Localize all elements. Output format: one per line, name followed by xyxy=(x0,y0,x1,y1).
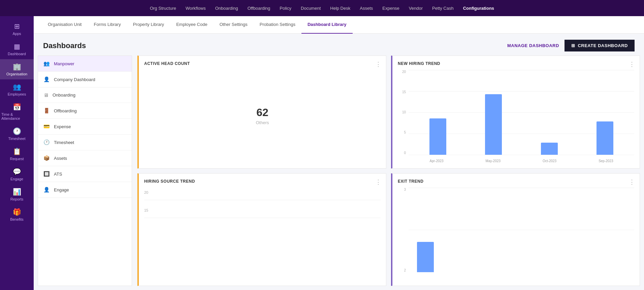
exit-trend-card: EXIT TREND ⋮ 3 2 xyxy=(391,173,640,286)
list-item-label: Company Dashboard xyxy=(54,77,95,82)
top-nav-item-offboarding[interactable]: Offboarding xyxy=(248,6,270,11)
exit-trend-bar-chart: 3 2 xyxy=(398,186,634,281)
top-nav-item-assets[interactable]: Assets xyxy=(360,6,373,11)
sidebar-icon: 📊 xyxy=(13,188,21,196)
sidebar-item-request[interactable]: 📋 Request xyxy=(0,144,34,164)
sidebar-icon: ▦ xyxy=(14,42,20,50)
main-layout: ⊞ Apps▦ Dashboard🏢 Organisation👥 Employe… xyxy=(0,16,644,290)
dashboard-list-item-ats[interactable]: 🔲 ATS xyxy=(38,166,132,182)
dashboard-list-item-onboarding[interactable]: 🖥 Onboarding xyxy=(38,87,132,103)
hiring-source-menu[interactable]: ⋮ xyxy=(375,178,381,186)
dashboard-list-item-timesheet[interactable]: 🕐 Timesheet xyxy=(38,135,132,150)
bar-apr xyxy=(429,118,446,155)
active-headcount-title: ACTIVE HEAD COUNT xyxy=(144,61,381,66)
top-nav-item-org-structure[interactable]: Org Structure xyxy=(150,6,176,11)
sidebar-label: Apps xyxy=(12,32,21,36)
x-label-may: May-2023 xyxy=(486,159,501,163)
active-headcount-menu[interactable]: ⋮ xyxy=(375,61,381,68)
dashboard-list-item-engage[interactable]: 👤 Engage xyxy=(38,182,132,198)
top-nav-item-onboarding[interactable]: Onboarding xyxy=(215,6,238,11)
list-item-icon: 👤 xyxy=(43,76,50,82)
hiring-source-trend-card: HIRING SOURCE TREND ⋮ 20 15 xyxy=(137,173,386,286)
sidebar-label: Benefits xyxy=(10,217,24,221)
sub-nav-item-forms-library[interactable]: Forms Library xyxy=(88,16,127,34)
bar-may xyxy=(485,94,502,155)
list-item-icon: 💳 xyxy=(43,123,50,130)
headcount-value: 62 xyxy=(256,106,268,119)
exit-bar-group xyxy=(415,242,436,272)
bars-container xyxy=(409,94,634,155)
sub-nav-item-probation-settings[interactable]: Probation Settings xyxy=(254,16,301,34)
sidebar-label: Dashboard xyxy=(8,52,26,56)
new-hiring-trend-card: NEW HIRING TREND ⋮ 20 15 10 5 0 xyxy=(391,56,640,169)
top-nav-item-vendor[interactable]: Vendor xyxy=(409,6,423,11)
grid-icon: ⊞ xyxy=(571,43,575,48)
sidebar-label: Employees xyxy=(8,92,26,96)
top-nav-item-help-desk[interactable]: Help Desk xyxy=(330,6,350,11)
top-nav-item-configurations[interactable]: Configurations xyxy=(463,6,494,11)
y-axis: 20 15 10 5 0 xyxy=(398,70,407,155)
list-item-icon: 👥 xyxy=(43,61,50,67)
sidebar-icon: 🏢 xyxy=(13,63,21,71)
main-content: 👥 Manpower👤 Company Dashboard🖥 Onboardin… xyxy=(34,56,644,290)
sidebar-icon: 📅 xyxy=(13,103,21,111)
dashboard-list-item-company-dashboard[interactable]: 👤 Company Dashboard xyxy=(38,72,132,87)
sidebar-item-timesheet[interactable]: 🕐 Timesheet xyxy=(0,124,34,144)
create-dashboard-button[interactable]: ⊞ CREATE DASHBOARD xyxy=(565,40,635,51)
x-label-apr: Apr-2023 xyxy=(429,159,443,163)
dashboard-list-item-offboarding[interactable]: 🚪 Offboarding xyxy=(38,103,132,119)
sidebar-label: Reports xyxy=(10,197,24,201)
top-nav-item-expense[interactable]: Expense xyxy=(382,6,399,11)
sidebar-label: Organisation xyxy=(6,72,27,76)
list-item-label: Assets xyxy=(54,156,67,161)
sidebar-item-organisation[interactable]: 🏢 Organisation xyxy=(0,59,34,79)
charts-area: ACTIVE HEAD COUNT ⋮ 62 Others NEW HIRING… xyxy=(137,56,640,286)
sidebar-item-employees[interactable]: 👥 Employees xyxy=(0,79,34,100)
sidebar-item-engage[interactable]: 💬 Engage xyxy=(0,164,34,184)
page-title: Dashboards xyxy=(43,41,86,50)
sidebar-icon: 👥 xyxy=(13,83,21,91)
top-nav-item-policy[interactable]: Policy xyxy=(280,6,291,11)
sidebar-icon: 🎁 xyxy=(13,208,21,216)
sub-nav-item-employee-code[interactable]: Employee Code xyxy=(170,16,214,34)
top-nav-item-workflows[interactable]: Workflows xyxy=(186,6,206,11)
list-item-icon: 🚪 xyxy=(43,108,50,114)
sidebar-item-benefits[interactable]: 🎁 Benefits xyxy=(0,205,34,225)
list-item-icon: 🔲 xyxy=(43,171,50,177)
sidebar-item-dashboard[interactable]: ▦ Dashboard xyxy=(0,39,34,59)
dashboard-list-item-expense[interactable]: 💳 Expense xyxy=(38,119,132,135)
top-nav: Org StructureWorkflowsOnboardingOffboard… xyxy=(0,0,644,16)
sidebar-item-reports[interactable]: 📊 Reports xyxy=(0,184,34,205)
list-item-icon: 📦 xyxy=(43,155,50,161)
top-nav-item-petty-cash[interactable]: Petty Cash xyxy=(432,6,454,11)
sidebar-item-apps[interactable]: ⊞ Apps xyxy=(0,19,34,39)
list-item-label: Engage xyxy=(54,187,69,192)
exit-trend-menu[interactable]: ⋮ xyxy=(629,178,635,186)
sub-nav-item-dashboard-library[interactable]: Dashboard Library xyxy=(301,16,353,34)
exit-trend-title: EXIT TREND xyxy=(398,179,634,184)
new-hiring-bar-chart: 20 15 10 5 0 xyxy=(398,69,634,163)
sidebar-icon: 🕐 xyxy=(13,127,21,135)
list-item-label: ATS xyxy=(54,172,62,177)
hiring-source-bar-chart: 20 15 xyxy=(144,186,381,281)
list-item-icon: 👤 xyxy=(43,187,50,193)
manage-dashboard-button[interactable]: MANAGE DASHBOARD xyxy=(507,43,559,48)
sub-nav-item-organisation-unit[interactable]: Organisation Unit xyxy=(42,16,88,34)
sidebar-item-time-&-attendance[interactable]: 📅 Time & Attendance xyxy=(0,100,34,124)
dashboard-list-item-manpower[interactable]: 👥 Manpower xyxy=(38,56,132,72)
list-item-icon: 🕐 xyxy=(43,139,50,145)
sub-nav-item-other-settings[interactable]: Other Settings xyxy=(214,16,254,34)
content-area: Organisation UnitForms LibraryProperty L… xyxy=(34,16,644,290)
new-hiring-trend-menu[interactable]: ⋮ xyxy=(629,61,635,68)
sidebar-label: Engage xyxy=(10,177,23,181)
exit-bar-chart-inner: 3 2 xyxy=(398,188,634,281)
bar-group-may xyxy=(467,94,520,155)
dashboard-list-item-assets[interactable]: 📦 Assets xyxy=(38,150,132,166)
list-item-label: Onboarding xyxy=(53,93,75,98)
list-item-label: Manpower xyxy=(54,61,74,66)
sub-nav: Organisation UnitForms LibraryProperty L… xyxy=(34,16,644,34)
bar-sep xyxy=(597,121,613,155)
bar-group-sep xyxy=(579,121,632,155)
sub-nav-item-property-library[interactable]: Property Library xyxy=(127,16,170,34)
top-nav-item-document[interactable]: Document xyxy=(301,6,321,11)
